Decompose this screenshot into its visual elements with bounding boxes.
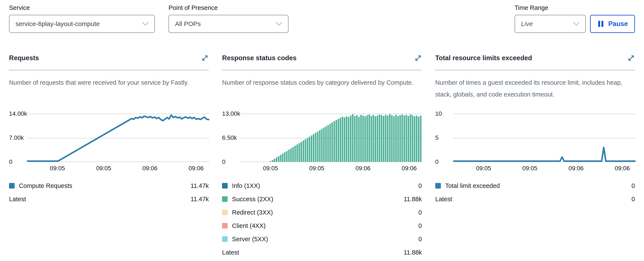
- y-tick-label: 7.00k: [9, 134, 24, 141]
- x-tick-label: 09:06: [615, 165, 630, 172]
- legend-label: Redirect (3XX): [232, 209, 418, 216]
- time-range-select-value: Live: [521, 20, 533, 28]
- legend-label: Server (5XX): [232, 236, 418, 243]
- legend-value: 0: [418, 236, 422, 243]
- x-tick-label: 09:06: [402, 165, 417, 172]
- legend-value: 11.47k: [190, 182, 209, 190]
- legend-value: 0: [632, 196, 635, 203]
- panel-description: Number of requests that were received fo…: [9, 77, 209, 101]
- x-tick-label: 09:05: [309, 165, 324, 172]
- x-tick-label: 09:05: [476, 165, 491, 172]
- panel-requests: Requests Number of requests that were re…: [9, 54, 209, 259]
- x-tick-label: 09:06: [568, 165, 584, 172]
- time-range-control: Time Range Live Pause: [514, 4, 635, 33]
- panel-title: Total resource limits exceeded: [435, 54, 532, 62]
- x-tick-label: 09:06: [356, 165, 370, 172]
- divider: [222, 70, 422, 70]
- service-control: Service service-6play-layout-compute: [9, 4, 155, 33]
- y-tick-label: 0: [9, 158, 12, 165]
- pop-select[interactable]: All POPs: [168, 15, 288, 33]
- service-label: Service: [9, 4, 155, 12]
- legend-item-compute-requests[interactable]: Compute Requests 11.47k: [9, 179, 209, 192]
- legend-swatch: [222, 183, 228, 188]
- x-tick-label: 09:05: [522, 165, 538, 172]
- chart-response-status-codes: 13.00k 6.50k 0 09:05 09:05 09:06 09:06: [222, 114, 422, 174]
- chevron-down-icon: [573, 22, 580, 26]
- y-tick-label: 5: [435, 134, 439, 141]
- service-select-value: service-6play-layout-compute: [16, 20, 100, 28]
- legend-swatch: [222, 236, 228, 242]
- plot-area: [454, 114, 635, 162]
- legend-value: 0: [418, 209, 422, 216]
- plot-area: [240, 114, 422, 162]
- expand-icon[interactable]: [414, 54, 422, 62]
- legend-value: 0: [632, 182, 635, 190]
- x-tick-label: 09:06: [188, 165, 204, 172]
- y-tick-label: 6.50k: [222, 134, 237, 141]
- legend: Compute Requests 11.47k Latest 11.47k: [9, 179, 209, 206]
- legend-label: Success (2XX): [232, 196, 404, 203]
- expand-icon[interactable]: [627, 54, 635, 62]
- legend-value: 11.88k: [404, 249, 422, 256]
- chevron-down-icon: [142, 22, 149, 26]
- panel-title: Response status codes: [222, 54, 296, 62]
- legend-item-info-1xx[interactable]: Info (1XX) 0: [222, 179, 422, 192]
- plot-area: [28, 114, 209, 162]
- chart-total-resource-limits: 10 5 0 09:05 09:05 09:06 09:06: [435, 114, 635, 174]
- legend-label: Info (1XX): [232, 182, 418, 190]
- legend-item-redirect-3xx[interactable]: Redirect (3XX) 0: [222, 206, 422, 219]
- x-axis: 09:05 09:05 09:06 09:06: [454, 165, 635, 174]
- legend-label: Compute Requests: [19, 182, 190, 190]
- y-tick-label: 10: [435, 110, 442, 117]
- legend-swatch: [222, 223, 228, 228]
- legend-item-total-limit-exceeded[interactable]: Total limit exceeded 0: [435, 179, 635, 192]
- panels-row: Requests Number of requests that were re…: [0, 54, 644, 259]
- y-axis: 13.00k 6.50k 0: [222, 114, 240, 162]
- legend-item-latest: Latest 11.47k: [9, 192, 209, 206]
- legend-label: Latest: [9, 196, 190, 203]
- legend-item-client-4xx[interactable]: Client (4XX) 0: [222, 219, 422, 232]
- chevron-down-icon: [276, 22, 282, 26]
- expand-icon[interactable]: [201, 54, 209, 62]
- pause-button-label: Pause: [608, 20, 628, 28]
- service-select[interactable]: service-6play-layout-compute: [9, 15, 155, 33]
- pop-label: Point of Presence: [168, 4, 288, 12]
- legend-label: Latest: [222, 249, 404, 256]
- legend-swatch: [9, 183, 14, 188]
- controls-bar: Service service-6play-layout-compute Poi…: [0, 0, 644, 33]
- x-tick-label: 09:06: [142, 165, 157, 172]
- legend-item-server-5xx[interactable]: Server (5XX) 0: [222, 232, 422, 246]
- legend-swatch: [222, 210, 228, 215]
- pause-button[interactable]: Pause: [590, 15, 635, 33]
- legend: Total limit exceeded 0 Latest 0: [435, 179, 635, 206]
- legend-value: 11.47k: [190, 196, 209, 203]
- chart-requests: 14.00k 7.00k 0 09:05 09:05 09:06 09:06: [9, 114, 209, 174]
- divider: [435, 70, 635, 70]
- time-range-label: Time Range: [514, 4, 635, 12]
- legend: Info (1XX) 0 Success (2XX) 11.88k Redire…: [222, 179, 422, 259]
- panel-description: Number of response status codes by categ…: [222, 77, 422, 101]
- y-tick-label: 14.00k: [9, 110, 27, 117]
- x-tick-label: 09:05: [50, 165, 65, 172]
- y-tick-label: 13.00k: [222, 110, 240, 117]
- legend-item-success-2xx[interactable]: Success (2XX) 11.88k: [222, 192, 422, 206]
- time-range-select[interactable]: Live: [514, 15, 586, 33]
- y-tick-label: 0: [222, 158, 226, 165]
- x-axis: 09:05 09:05 09:06 09:06: [28, 165, 209, 174]
- x-tick-label: 09:05: [96, 165, 111, 172]
- panel-description: Number of times a guest exceeded its res…: [435, 77, 635, 101]
- panel-title: Requests: [9, 54, 39, 62]
- x-tick-label: 09:05: [263, 165, 278, 172]
- legend-value: 11.88k: [404, 196, 422, 203]
- legend-label: Total limit exceeded: [445, 182, 632, 190]
- legend-item-latest: Latest 11.88k: [222, 246, 422, 259]
- panel-total-resource-limits: Total resource limits exceeded Number of…: [435, 54, 635, 259]
- divider: [9, 70, 209, 70]
- y-tick-label: 0: [435, 158, 439, 165]
- legend-label: Latest: [435, 196, 632, 203]
- x-axis: 09:05 09:05 09:06 09:06: [240, 165, 422, 174]
- legend-value: 0: [418, 182, 422, 190]
- y-axis: 10 5 0: [435, 114, 454, 162]
- y-axis: 14.00k 7.00k 0: [9, 114, 28, 162]
- pause-icon: [597, 20, 604, 28]
